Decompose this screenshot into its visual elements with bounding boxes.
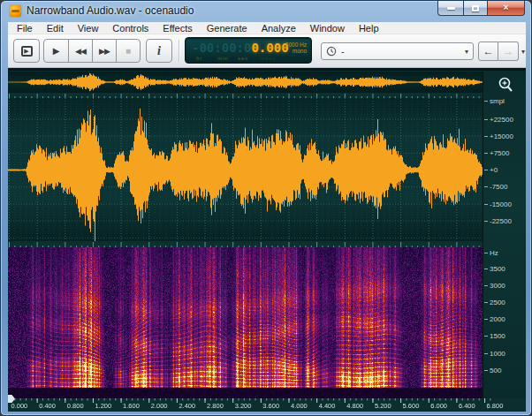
- close-icon: ×: [504, 4, 509, 12]
- menu-item-analyze[interactable]: Analyze: [255, 22, 303, 34]
- amplitude-tick-label: +0: [490, 166, 498, 174]
- play-in-window-icon: ▶: [21, 46, 33, 57]
- amplitude-tick-label: -7500: [490, 183, 507, 191]
- play-button[interactable]: ▶: [43, 39, 69, 63]
- forward-icon: ▶▶: [99, 47, 110, 56]
- time-tick-label: 4.800: [346, 402, 363, 410]
- back-button[interactable]: ←: [478, 42, 498, 61]
- maximize-icon: [472, 5, 479, 11]
- menu-item-view[interactable]: View: [71, 22, 106, 34]
- toolbar: ▶ ▶ ◀◀ ▶▶ ■ i -00:00:00.000 hr min sec m…: [8, 34, 526, 68]
- menu-bar: FileEditViewControlsEffectsGenerateAnaly…: [8, 22, 526, 34]
- amplitude-axis-unit: smpl: [490, 97, 505, 105]
- toolbar-separator: [179, 40, 179, 62]
- window-title: Narrowband Audio.wav - ocenaudio: [27, 4, 194, 17]
- frequency-tick-label: 2500: [490, 299, 505, 306]
- editor-area: 0.0000.4000.8001.2001.6002.0002.4002.800…: [8, 68, 526, 410]
- play-icon: ▶: [53, 46, 60, 56]
- amplitude-tick-label: +15000: [490, 132, 513, 140]
- time-display-dim: -00:00:0: [192, 41, 251, 55]
- frequency-tick-label: 1500: [490, 332, 505, 340]
- forward-nav-button[interactable]: →: [498, 42, 519, 61]
- time-tick-label: 6.400: [459, 402, 475, 410]
- menu-item-controls[interactable]: Controls: [105, 22, 156, 34]
- amplitude-tick-label: -22500: [490, 217, 512, 225]
- frequency-tick-label: 3500: [490, 265, 505, 273]
- forward-arrow-icon: →: [503, 45, 513, 57]
- time-tick-label: 3.600: [262, 402, 279, 410]
- spectrogram-ruler: [8, 241, 483, 247]
- combo-caret-icon: ▾: [465, 48, 468, 56]
- overview-strip[interactable]: [8, 72, 483, 93]
- menu-item-generate[interactable]: Generate: [200, 22, 255, 34]
- close-button[interactable]: ×: [488, 1, 525, 16]
- app-window: Narrowband Audio.wav - ocenaudio × FileE…: [0, 0, 532, 416]
- waveform-view[interactable]: [8, 98, 483, 241]
- axis-column: smpl +22500+15000+7500+0-7500-15000-2250…: [483, 72, 526, 398]
- time-tick-label: 0.800: [67, 402, 84, 410]
- info-button[interactable]: i: [146, 39, 172, 63]
- amplitude-tick-label: +7500: [490, 149, 509, 157]
- amplitude-tick-label: +22500: [490, 116, 513, 124]
- time-tick-label: 5.600: [403, 402, 420, 410]
- menu-item-window[interactable]: Window: [303, 22, 352, 34]
- rewind-icon: ◀◀: [75, 47, 86, 56]
- info-icon: i: [157, 44, 161, 58]
- frequency-tick-label: 3000: [490, 282, 505, 290]
- menu-item-edit[interactable]: Edit: [40, 22, 71, 34]
- time-tick-label: 2.400: [179, 402, 195, 410]
- stop-button[interactable]: ■: [116, 39, 141, 63]
- frequency-axis-unit: Hz: [490, 249, 498, 257]
- time-tick-label: 4.400: [319, 402, 336, 410]
- zoom-button[interactable]: [494, 75, 517, 95]
- back-arrow-icon: ←: [483, 45, 494, 57]
- clock-icon: [326, 46, 337, 57]
- time-tick-label: 0.400: [39, 402, 56, 410]
- time-display-units: hr min sec msec: [186, 56, 311, 63]
- selection-combo-value: -: [341, 46, 465, 57]
- rewind-button[interactable]: ◀◀: [68, 39, 93, 63]
- menu-item-effects[interactable]: Effects: [156, 22, 199, 34]
- menu-item-file[interactable]: File: [10, 22, 40, 34]
- time-tick-label: 4.000: [291, 402, 308, 410]
- time-tick-label: 2.800: [207, 402, 224, 410]
- frequency-tick-label: 2000: [490, 315, 505, 323]
- time-tick-label: 6.800: [487, 402, 504, 410]
- minimize-button[interactable]: [437, 1, 463, 16]
- time-tick-label: 1.200: [95, 402, 111, 410]
- menu-item-help[interactable]: Help: [352, 22, 386, 34]
- time-tick-label: 1.600: [123, 402, 140, 410]
- sample-rate-label: 8000 Hz mono: [285, 42, 307, 54]
- title-bar[interactable]: Narrowband Audio.wav - ocenaudio ×: [1, 1, 531, 22]
- maximize-button[interactable]: [463, 1, 488, 16]
- time-tick-label: 3.200: [235, 402, 252, 410]
- nav-caret-icon[interactable]: ▾: [521, 48, 525, 56]
- time-display: -00:00:00.000 hr min sec msec 8000 Hz mo…: [185, 37, 312, 64]
- amplitude-tick-label: -15000: [490, 200, 512, 208]
- magnifier-icon: [494, 75, 517, 95]
- time-axis: 0.0000.4000.8001.2001.6002.0002.4002.800…: [8, 398, 526, 412]
- frequency-tick-label: 1000: [490, 350, 505, 358]
- selection-combo[interactable]: - ▾: [321, 42, 474, 60]
- time-tick-label: 6.000: [430, 402, 447, 410]
- time-tick-label: 0.000: [11, 402, 28, 410]
- time-tick-label: 5.200: [375, 402, 391, 410]
- frequency-tick-label: 500: [490, 367, 501, 374]
- play-in-window-button[interactable]: ▶: [13, 39, 40, 63]
- forward-button[interactable]: ▶▶: [92, 39, 117, 63]
- time-display-value: 0.000: [251, 41, 288, 55]
- time-tick-label: 2.000: [151, 402, 168, 410]
- spectrogram-view[interactable]: [8, 247, 483, 398]
- app-icon: [10, 5, 21, 17]
- minimize-icon: [447, 7, 455, 10]
- stop-icon: ■: [125, 46, 131, 56]
